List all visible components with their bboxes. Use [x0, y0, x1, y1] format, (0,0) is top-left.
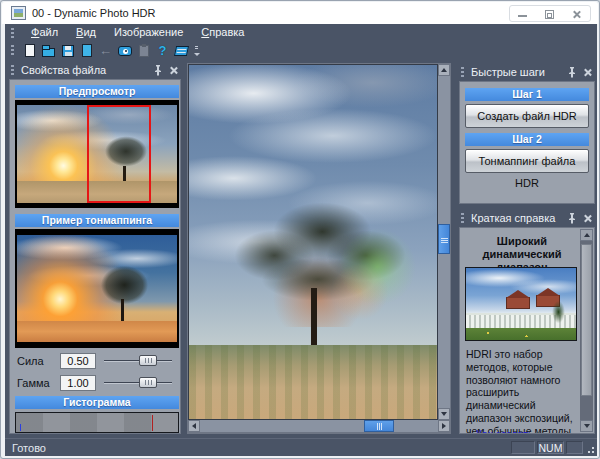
vertical-scrollbar[interactable]: [438, 64, 450, 420]
gamma-slider[interactable]: [104, 375, 172, 391]
help-scroll-thumb[interactable]: [581, 244, 592, 396]
strength-slider[interactable]: [104, 353, 172, 369]
panel-close-icon[interactable]: [583, 214, 591, 222]
new-file-icon: [25, 44, 35, 57]
menu-file[interactable]: Файл: [22, 25, 67, 40]
toolbar-overflow-button[interactable]: [193, 44, 201, 58]
panel-grip[interactable]: [11, 65, 14, 76]
pin-icon[interactable]: [567, 213, 577, 224]
create-hdr-link[interactable]: Как создать изображение HDR: [476, 428, 566, 434]
scroll-left-button[interactable]: [188, 420, 200, 432]
file-properties-panel: Свойства файла Предпросмотр Пример: [7, 61, 183, 434]
slider-track: [104, 382, 172, 384]
help-scroll-down-button[interactable]: [580, 420, 593, 432]
tonemap-thumbnail[interactable]: [17, 235, 177, 342]
panel-grip[interactable]: [461, 67, 464, 78]
create-hdr-button[interactable]: Создать файл HDR: [465, 104, 589, 128]
menu-view[interactable]: Вид: [67, 25, 105, 40]
strength-slider-row: Сила: [16, 353, 174, 370]
scroll-down-button[interactable]: [438, 408, 450, 420]
panel-title: Краткая справка: [471, 212, 567, 224]
manual-button[interactable]: [172, 42, 191, 59]
horizontal-scrollbar[interactable]: [188, 420, 450, 432]
up-arrow-icon: [441, 68, 447, 72]
file-properties-body: Предпросмотр Пример тонмаппинга: [9, 79, 181, 434]
panel-title: Свойства файла: [21, 64, 153, 76]
slider-thumb[interactable]: [139, 377, 157, 388]
help-panel-header[interactable]: Краткая справка: [457, 209, 597, 227]
strength-value-input[interactable]: [60, 353, 96, 369]
gamma-value-input[interactable]: [60, 375, 96, 391]
help-paragraph: HDRI это набор методов, которые позволяю…: [466, 348, 580, 434]
question-mark-icon: ?: [159, 43, 167, 58]
help-panel: Краткая справка Широкий динамический диа…: [457, 209, 597, 434]
help-scroll-up-button[interactable]: [580, 229, 593, 241]
panel-close-icon[interactable]: [169, 66, 177, 74]
file-properties-header[interactable]: Свойства файла: [7, 61, 183, 79]
scroll-right-button[interactable]: [438, 420, 450, 432]
help-link-item: Как создать изображение HDR: [476, 428, 580, 434]
quick-steps-body: Шаг 1 Создать файл HDR Шаг 2 Тонмаппинг …: [459, 81, 595, 204]
tonemap-section-bar: Пример тонмаппинга: [15, 214, 179, 227]
strength-label: Сила: [17, 355, 44, 367]
window-controls: [509, 5, 591, 22]
main-content: Файл Вид Изображение Справка ← ? Свойств…: [5, 24, 597, 456]
main-image-ground: [189, 345, 437, 419]
preview-section-bar: Предпросмотр: [15, 85, 179, 98]
slider-thumb[interactable]: [139, 355, 157, 366]
histogram-blue-marker: [20, 424, 21, 431]
preview-thumbnail[interactable]: [17, 105, 177, 203]
vertical-scroll-thumb[interactable]: [438, 224, 450, 254]
copy-image-icon: [82, 44, 92, 57]
pin-icon[interactable]: [567, 67, 577, 78]
save-file-button[interactable]: [58, 42, 77, 59]
minimize-button[interactable]: [510, 6, 537, 21]
open-file-button[interactable]: [39, 42, 58, 59]
paste-button[interactable]: [134, 42, 153, 59]
open-folder-icon: [42, 48, 55, 57]
close-button[interactable]: [563, 6, 590, 21]
toolbar-grip[interactable]: [11, 45, 14, 57]
slider-track: [104, 360, 172, 362]
menu-bar: Файл Вид Изображение Справка: [5, 24, 597, 41]
main-image[interactable]: [188, 64, 438, 420]
help-scrollbar[interactable]: [580, 229, 593, 432]
help-button[interactable]: ?: [153, 42, 172, 59]
new-file-button[interactable]: [20, 42, 39, 59]
resize-grip[interactable]: [586, 445, 595, 454]
down-arrow-icon: [584, 424, 590, 428]
save-floppy-icon: [62, 45, 74, 57]
quick-steps-header[interactable]: Быстрые шаги: [457, 63, 597, 81]
step2-bar: Шаг 2: [465, 133, 589, 146]
minimize-icon: [518, 15, 527, 17]
num-lock-indicator: NUM: [537, 441, 564, 454]
step1-bar: Шаг 1: [465, 88, 589, 101]
app-icon: [11, 6, 26, 20]
view-selection-rectangle[interactable]: [87, 105, 151, 203]
undo-button[interactable]: ←: [96, 42, 115, 59]
tonemap-tree: [91, 261, 158, 321]
eye-icon: [118, 46, 132, 56]
left-arrow-icon: [192, 423, 196, 429]
preview-box: [15, 100, 179, 208]
panel-grip[interactable]: [461, 213, 464, 224]
window-titlebar: 00 - Dynamic Photo HDR: [2, 2, 598, 24]
menu-image[interactable]: Изображение: [105, 25, 192, 40]
gamma-label: Гамма: [17, 377, 50, 389]
undo-arrow-icon: ←: [99, 44, 112, 57]
panel-close-icon[interactable]: [583, 68, 591, 76]
scroll-up-button[interactable]: [438, 64, 450, 76]
histogram-display: [15, 412, 179, 433]
preview-button[interactable]: [115, 42, 134, 59]
copy-image-button[interactable]: [77, 42, 96, 59]
help-illustration: [465, 267, 577, 341]
horizontal-scroll-thumb[interactable]: [364, 420, 394, 432]
pin-icon[interactable]: [153, 65, 163, 76]
tonemap-trunk: [121, 299, 124, 323]
clipboard-icon: [139, 45, 149, 57]
tonemap-hdr-button[interactable]: Тонмаппинг файла HDR: [465, 149, 589, 173]
menubar-grip[interactable]: [11, 28, 14, 38]
window-title: 00 - Dynamic Photo HDR: [32, 7, 156, 19]
maximize-button[interactable]: [537, 6, 564, 21]
menu-help[interactable]: Справка: [192, 25, 253, 40]
